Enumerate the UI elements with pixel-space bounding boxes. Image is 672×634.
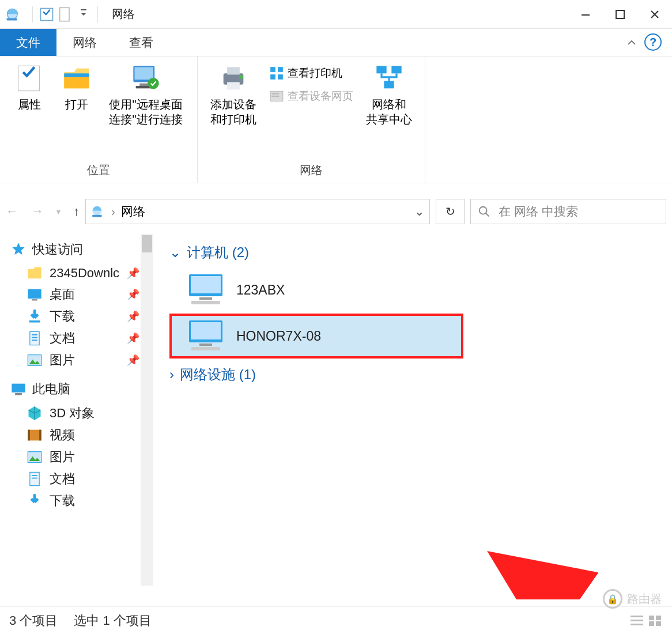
minimize-button[interactable]: [568, 0, 603, 29]
svg-rect-63: [656, 616, 661, 620]
collapse-ribbon-button[interactable]: [619, 29, 644, 56]
svg-point-15: [148, 78, 159, 89]
nav-section-quick-access: 快速访问 2345Downlc📌 桌面📌 下载📌 文档📌 图片📌: [10, 241, 150, 371]
svg-rect-55: [191, 322, 221, 339]
view-device-page-button: 查看设备网页: [266, 86, 357, 106]
nav-section-this-pc: 此电脑 3D 对象 视频 图片 文档 下载: [10, 380, 150, 512]
nav-item-documents2[interactable]: 文档: [10, 468, 150, 490]
address-bar[interactable]: › 网络 ⌄: [85, 199, 430, 224]
forward-button[interactable]: →: [31, 204, 44, 219]
properties-label: 属性: [18, 97, 41, 112]
network-icon: [90, 204, 105, 219]
nav-item-downloads[interactable]: 下载📌: [10, 305, 150, 327]
details-view-button[interactable]: [629, 614, 644, 627]
svg-rect-61: [631, 624, 643, 625]
svg-rect-59: [631, 616, 643, 617]
pin-icon: 📌: [127, 332, 139, 345]
this-pc-header[interactable]: 此电脑: [10, 380, 150, 398]
qat-properties-icon[interactable]: [39, 6, 55, 22]
qat-blank-icon[interactable]: [57, 6, 73, 22]
ribbon-group-location: 属性 打开 使用"远程桌面 连接"进行连接 位置: [0, 56, 198, 183]
device-page-label: 查看设备网页: [288, 89, 353, 104]
open-button[interactable]: 打开: [55, 62, 98, 159]
nav-item-label: 下载: [50, 492, 75, 510]
group-location-label: 位置: [87, 159, 110, 183]
refresh-button[interactable]: ↻: [436, 199, 465, 224]
network-sharing-button[interactable]: 网络和 共享中心: [361, 62, 417, 159]
svg-rect-39: [32, 339, 37, 341]
watermark: 🔒 路由器: [603, 589, 662, 609]
svg-point-19: [239, 76, 243, 80]
nav-item-documents[interactable]: 文档📌: [10, 327, 150, 349]
computer-name: 123ABX: [236, 282, 285, 298]
svg-rect-13: [139, 84, 148, 86]
computer-icon: [186, 319, 226, 353]
remote-desktop-button[interactable]: 使用"远程桌面 连接"进行连接: [103, 62, 189, 159]
svg-rect-12: [135, 67, 154, 80]
tab-file[interactable]: 文件: [0, 29, 56, 56]
pc-icon: [10, 381, 27, 397]
properties-button[interactable]: 属性: [8, 62, 51, 159]
svg-rect-62: [649, 616, 654, 620]
tab-view[interactable]: 查看: [113, 29, 169, 56]
nav-arrows: ← → ▾ ↑: [6, 204, 80, 219]
separator-icon: [97, 6, 98, 22]
svg-rect-42: [15, 393, 22, 395]
chevron-down-icon[interactable]: ⌄: [414, 205, 425, 218]
category-computers[interactable]: ⌄ 计算机 (2): [169, 243, 666, 262]
icons-view-button[interactable]: [648, 614, 663, 627]
nav-item-2345downlc[interactable]: 2345Downlc📌: [10, 263, 150, 284]
computer-item-honor7x08[interactable]: HONOR7X-08: [169, 314, 463, 358]
category-infra-label: 网络设施 (1): [180, 365, 256, 384]
maximize-button[interactable]: [603, 0, 637, 29]
nav-item-3d-objects[interactable]: 3D 对象: [10, 402, 150, 424]
quick-access-label: 快速访问: [32, 241, 83, 258]
svg-rect-34: [32, 299, 37, 300]
svg-rect-29: [384, 81, 394, 88]
svg-rect-21: [278, 67, 283, 72]
svg-rect-57: [191, 347, 220, 350]
content-pane: ⌄ 计算机 (2) 123ABX HONOR7X-08 › 网络设施 (1): [156, 228, 672, 599]
nav-item-downloads2[interactable]: 下载: [10, 490, 150, 512]
ribbon-tabs: 文件 网络 查看 ?: [0, 29, 672, 56]
status-selected-count: 选中 1 个项目: [74, 612, 151, 629]
nav-item-videos[interactable]: 视频: [10, 424, 150, 446]
category-network-infra[interactable]: › 网络设施 (1): [169, 365, 666, 384]
close-button[interactable]: [637, 0, 672, 29]
documents-icon: [27, 471, 43, 487]
up-button[interactable]: ↑: [73, 204, 80, 219]
folder-icon: [27, 265, 43, 281]
nav-item-desktop[interactable]: 桌面📌: [10, 284, 150, 305]
nav-item-label: 2345Downlc: [50, 266, 119, 281]
search-box[interactable]: 在 网络 中搜索: [470, 199, 666, 224]
rdp-label: 使用"远程桌面 连接"进行连接: [109, 97, 182, 127]
nav-item-label: 下载: [50, 308, 75, 325]
address-text: 网络: [121, 203, 145, 220]
svg-rect-45: [39, 430, 41, 441]
view-printers-button[interactable]: 查看打印机: [266, 63, 357, 83]
help-button[interactable]: ?: [644, 33, 662, 51]
computer-name: HONOR7X-08: [236, 329, 321, 344]
quick-access-header[interactable]: 快速访问: [10, 241, 150, 258]
qat-dropdown-icon[interactable]: [75, 6, 92, 22]
status-bar: 3 个项目 选中 1 个项目: [0, 606, 672, 634]
nav-item-label: 视频: [50, 427, 75, 444]
pictures-icon: [27, 352, 43, 368]
chevron-right-icon: ›: [169, 367, 174, 383]
search-placeholder: 在 网络 中搜索: [499, 203, 578, 220]
add-device-button[interactable]: 添加设备 和打印机: [206, 62, 261, 159]
nav-item-label: 图片: [50, 352, 75, 369]
back-button[interactable]: ←: [6, 204, 18, 219]
svg-rect-35: [29, 320, 40, 323]
computer-item-123abx[interactable]: 123ABX: [169, 267, 463, 312]
watermark-text: 路由器: [627, 591, 662, 607]
network-sharing-label: 网络和 共享中心: [366, 97, 412, 127]
svg-rect-17: [227, 67, 240, 75]
nav-item-pictures2[interactable]: 图片: [10, 446, 150, 468]
add-device-label: 添加设备 和打印机: [210, 97, 256, 127]
tab-network[interactable]: 网络: [56, 29, 113, 56]
folder-open-icon: [62, 63, 92, 93]
recent-dropdown[interactable]: ▾: [56, 207, 61, 216]
search-icon: [478, 205, 490, 218]
nav-item-pictures[interactable]: 图片📌: [10, 349, 150, 371]
